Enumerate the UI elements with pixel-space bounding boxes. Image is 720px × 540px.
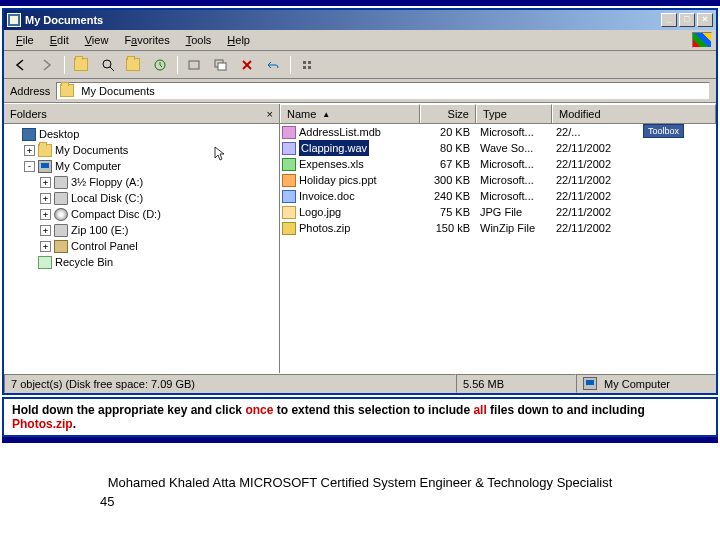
tree-zip[interactable]: +Zip 100 (E:) <box>40 222 279 238</box>
addressbar: Address My Documents <box>4 79 716 103</box>
expand-toggle[interactable]: + <box>40 193 51 204</box>
folder-tree[interactable]: Desktop+My Documents-My Computer+3½ Flop… <box>4 124 279 373</box>
wav-icon <box>282 142 296 155</box>
folders-button[interactable] <box>123 55 145 75</box>
jpg-icon <box>282 206 296 219</box>
file-list[interactable]: Toolbox AddressList.mdb20 KBMicrosoft...… <box>280 124 716 373</box>
svg-rect-10 <box>303 66 306 69</box>
expand-toggle[interactable]: + <box>40 225 51 236</box>
doc-icon <box>282 190 296 203</box>
history-button[interactable] <box>149 55 171 75</box>
svg-rect-3 <box>189 61 199 69</box>
tree-cd[interactable]: +Compact Disc (D:) <box>40 206 279 222</box>
tree-recycle[interactable]: Recycle Bin <box>24 254 279 270</box>
expand-toggle[interactable]: + <box>24 145 35 156</box>
tree-mycomp[interactable]: -My Computer <box>24 158 279 174</box>
file-row[interactable]: Logo.jpg75 KBJPG File22/11/2002 <box>280 204 716 220</box>
drive-icon <box>54 224 68 237</box>
file-row[interactable]: Invoice.doc240 KBMicrosoft...22/11/2002 <box>280 188 716 204</box>
address-value: My Documents <box>81 85 154 97</box>
close-button[interactable]: × <box>697 13 713 27</box>
menu-favorites[interactable]: Favorites <box>116 32 177 48</box>
db-icon <box>282 126 296 139</box>
toolbox-badge: Toolbox <box>643 124 684 138</box>
page-number: 45 <box>100 494 720 509</box>
col-size[interactable]: Size <box>420 104 476 123</box>
status-size: 5.56 MB <box>456 374 576 393</box>
credit-line: Mohamed Khaled Atta MICROSOFT Certified … <box>0 475 720 490</box>
back-button[interactable] <box>10 55 32 75</box>
up-button[interactable] <box>71 55 93 75</box>
svg-point-0 <box>103 60 111 68</box>
computer-icon <box>38 160 52 173</box>
views-button[interactable] <box>297 55 319 75</box>
expand-toggle[interactable]: + <box>40 177 51 188</box>
forward-button[interactable] <box>36 55 58 75</box>
cd-icon <box>54 208 68 221</box>
drive-icon <box>54 192 68 205</box>
ppt-icon <box>282 174 296 187</box>
xls-icon <box>282 158 296 171</box>
col-type[interactable]: Type <box>476 104 552 123</box>
svg-rect-5 <box>218 63 226 70</box>
close-pane-button[interactable]: × <box>267 108 273 120</box>
expand-toggle[interactable]: + <box>40 241 51 252</box>
folder-icon <box>60 84 74 97</box>
menu-tools[interactable]: Tools <box>178 32 220 48</box>
tree-localc[interactable]: +Local Disk (C:) <box>40 190 279 206</box>
instruction-text: Hold down the appropriate key and click … <box>2 397 718 437</box>
menu-edit[interactable]: Edit <box>42 32 77 48</box>
svg-rect-8 <box>303 61 306 64</box>
cpanel-icon <box>54 240 68 253</box>
svg-rect-11 <box>308 66 311 69</box>
menu-help[interactable]: Help <box>219 32 258 48</box>
explorer-window: My Documents _ □ × FileEditViewFavorites… <box>2 8 718 395</box>
file-row[interactable]: Clapping.wav80 KBWave So...22/11/2002 <box>280 140 716 156</box>
menu-file[interactable]: File <box>8 32 42 48</box>
file-row[interactable]: Photos.zip150 kBWinZip File22/11/2002 <box>280 220 716 236</box>
move-button[interactable] <box>184 55 206 75</box>
copy-button[interactable] <box>210 55 232 75</box>
statusbar: 7 object(s) (Disk free space: 7.09 GB) 5… <box>4 373 716 393</box>
file-row[interactable]: Expenses.xls67 KBMicrosoft...22/11/2002 <box>280 156 716 172</box>
col-name[interactable]: Name ▲ <box>280 104 420 123</box>
address-label: Address <box>10 85 50 97</box>
status-objects: 7 object(s) (Disk free space: 7.09 GB) <box>4 374 456 393</box>
computer-icon <box>583 377 597 390</box>
windows-logo-icon <box>692 32 712 48</box>
drive-icon <box>54 176 68 189</box>
delete-button[interactable] <box>236 55 258 75</box>
search-button[interactable] <box>97 55 119 75</box>
window-title: My Documents <box>25 14 659 26</box>
maximize-button[interactable]: □ <box>679 13 695 27</box>
desktop-icon <box>22 128 36 141</box>
status-location: My Computer <box>576 374 716 393</box>
address-input[interactable]: My Documents <box>56 82 710 100</box>
list-header: Name ▲ Size Type Modified <box>280 104 716 124</box>
file-list-pane: Name ▲ Size Type Modified Toolbox Addres… <box>280 104 716 373</box>
tree-mydocs[interactable]: +My Documents <box>24 142 279 158</box>
col-modified[interactable]: Modified <box>552 104 716 123</box>
undo-button[interactable] <box>262 55 284 75</box>
toolbar <box>4 51 716 79</box>
tree-cpanel[interactable]: +Control Panel <box>40 238 279 254</box>
svg-rect-9 <box>308 61 311 64</box>
folders-header: Folders × <box>4 104 279 124</box>
folder-icon <box>38 144 52 157</box>
titlebar[interactable]: My Documents _ □ × <box>4 10 716 30</box>
folder-icon <box>7 13 21 27</box>
svg-line-1 <box>110 67 114 71</box>
tree-desktop[interactable]: Desktop <box>8 126 279 142</box>
file-row[interactable]: Holiday pics.ppt300 KBMicrosoft...22/11/… <box>280 172 716 188</box>
tree-floppy[interactable]: +3½ Floppy (A:) <box>40 174 279 190</box>
zip-icon <box>282 222 296 235</box>
expand-toggle[interactable]: + <box>40 209 51 220</box>
folders-pane: Folders × Desktop+My Documents-My Comput… <box>4 104 280 373</box>
recycle-icon <box>38 256 52 269</box>
menu-view[interactable]: View <box>77 32 117 48</box>
menubar: FileEditViewFavoritesToolsHelp <box>4 30 716 51</box>
expand-toggle[interactable]: - <box>24 161 35 172</box>
content-area: Folders × Desktop+My Documents-My Comput… <box>4 103 716 373</box>
minimize-button[interactable]: _ <box>661 13 677 27</box>
